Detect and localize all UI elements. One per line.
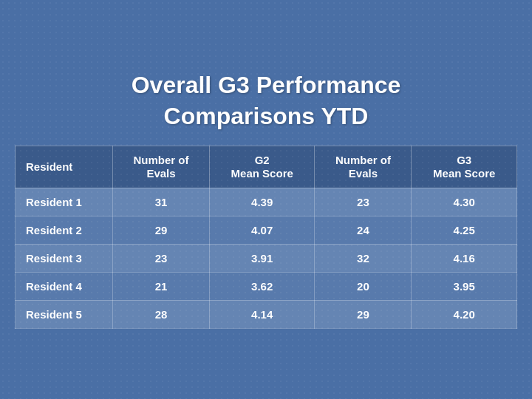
cell-resident-3: Resident 4	[16, 272, 113, 300]
cell-resident-1: Resident 2	[16, 216, 113, 244]
cell-resident-2: Resident 3	[16, 244, 113, 272]
cell-g3_evals-2: 32	[315, 244, 412, 272]
table-row: Resident 1314.39234.30	[16, 188, 517, 216]
table-row: Resident 3233.91324.16	[16, 244, 517, 272]
main-container: Overall G3 Performance Comparisons YTD R…	[15, 70, 517, 328]
comparison-table: Resident Number ofEvals G2Mean Score Num…	[15, 146, 517, 329]
cell-g3_score-0: 4.30	[412, 188, 517, 216]
cell-g2_evals-3: 21	[113, 272, 210, 300]
header-g3-score: G3Mean Score	[412, 146, 517, 188]
header-g2-score: G2Mean Score	[209, 146, 315, 188]
cell-g2_evals-2: 23	[113, 244, 210, 272]
cell-g2_score-4: 4.14	[209, 300, 315, 328]
table-header-row: Resident Number ofEvals G2Mean Score Num…	[16, 146, 517, 188]
cell-g2_evals-1: 29	[113, 216, 210, 244]
header-g3-evals: Number ofEvals	[315, 146, 412, 188]
header-resident: Resident	[16, 146, 113, 188]
cell-g2_score-1: 4.07	[209, 216, 315, 244]
table-row: Resident 5284.14294.20	[16, 300, 517, 328]
cell-resident-0: Resident 1	[16, 188, 113, 216]
cell-g3_score-4: 4.20	[412, 300, 517, 328]
cell-g2_score-3: 3.62	[209, 272, 315, 300]
cell-g3_score-1: 4.25	[412, 216, 517, 244]
cell-g3_evals-4: 29	[315, 300, 412, 328]
cell-g2_score-2: 3.91	[209, 244, 315, 272]
cell-g3_score-3: 3.95	[412, 272, 517, 300]
cell-g2_score-0: 4.39	[209, 188, 315, 216]
cell-g3_score-2: 4.16	[412, 244, 517, 272]
cell-resident-4: Resident 5	[16, 300, 113, 328]
cell-g3_evals-0: 23	[315, 188, 412, 216]
cell-g2_evals-0: 31	[113, 188, 210, 216]
cell-g2_evals-4: 28	[113, 300, 210, 328]
page-title: Overall G3 Performance Comparisons YTD	[132, 70, 401, 132]
cell-g3_evals-3: 20	[315, 272, 412, 300]
table-row: Resident 2294.07244.25	[16, 216, 517, 244]
header-g2-evals: Number ofEvals	[113, 146, 210, 188]
cell-g3_evals-1: 24	[315, 216, 412, 244]
table-row: Resident 4213.62203.95	[16, 272, 517, 300]
